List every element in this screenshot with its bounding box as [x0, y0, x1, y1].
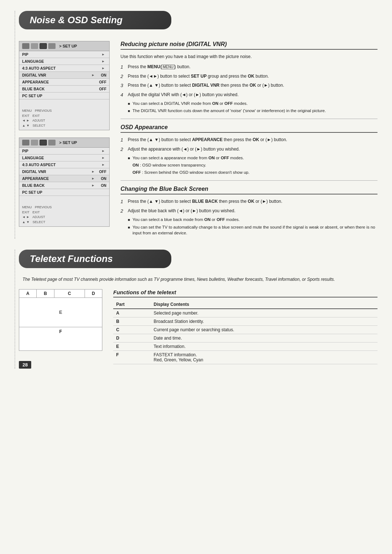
noise-right-content: Reducing picture noise (DIGITAL VNR) Use… [121, 41, 377, 239]
osd-subsection: OSD Appearance 1 Press the (▲ ▼) button … [121, 124, 377, 175]
menu-panel-1: > SET UP PIP ► LANGUAGE ► 4:3 AUTO ASPEC… [19, 41, 110, 130]
row-43-2: 4:3 AUTO ASPECT ► [19, 161, 109, 168]
step-3: 3 Press the (▲ ▼) button to select DIGIT… [121, 82, 377, 89]
row-43-1: 4:3 AUTO ASPECT ► [19, 65, 109, 72]
bb-step-1: 1 Press the (▲ ▼) button to select BLUE … [121, 198, 377, 205]
teletext-right: Functions of the teletext Part Display C… [113, 289, 377, 369]
part-d: D [113, 334, 151, 342]
panel-icons [22, 43, 56, 49]
content-c: Current page number or searching status. [151, 325, 377, 334]
osd-step-2: 2 Adjust the appearance with (◄) or (►) … [121, 146, 377, 153]
table-row-c: C Current page number or searching statu… [113, 325, 377, 334]
noise-section-title: Noise & OSD Setting [30, 15, 160, 26]
row-language-1: LANGUAGE ► [19, 58, 109, 65]
part-f: F [113, 350, 151, 364]
content-d: Date and time. [151, 334, 377, 342]
panel-1-footer: MENU PREVIOUS EXIT EXIT ◄ ► ADJUST ▲ ▼ S… [19, 107, 109, 130]
teletext-diagram-wrapper: A B C D E F 28 [19, 289, 102, 369]
reducing-subsection: Reducing picture noise (DIGITAL VNR) Use… [121, 41, 377, 114]
page-number-wrapper: 28 [19, 357, 102, 369]
teletext-section-title: Teletext Functions [30, 253, 160, 264]
osd-title: OSD Appearance [121, 124, 377, 133]
table-row-f: F FASTEXT information.Red, Green, Yellow… [113, 350, 377, 364]
step-1: 1 Press the MENU(MENU) button. [121, 63, 377, 71]
noise-section: Noise & OSD Setting > SET UP PIP ► [15, 11, 377, 239]
blueback-title: Changing the Blue Back Screen [121, 186, 377, 194]
teletext-bottom-f: F [19, 327, 102, 336]
tt-table: Part Display Contents A Selected page nu… [113, 300, 377, 364]
col-content-header: Display Contents [151, 300, 377, 309]
row-blueback-1: BLUE BACK OFF [19, 86, 109, 93]
tt-table-header-row: Part Display Contents [113, 300, 377, 309]
cell-a: A [19, 290, 37, 297]
panel-2-icons [22, 140, 56, 145]
cell-c: C [54, 290, 85, 297]
cell-d: D [85, 290, 102, 297]
icon-camera [31, 43, 38, 49]
menu-panel-2: > SET UP PIP ► LANGUAGE ► 4:3 AUTO ASPEC… [19, 138, 110, 227]
teletext-top-bar: A B C D [19, 290, 102, 298]
osd-bullet-2: ON : OSD window screen transparency. [128, 162, 377, 168]
cell-b: B [37, 290, 54, 297]
content-e: Text information. [151, 342, 377, 350]
bullet-1: ■ You can select a DIGITAL VNR mode from… [128, 100, 377, 106]
content-f: FASTEXT information.Red, Green, Yellow, … [151, 350, 377, 364]
page-number: 28 [19, 361, 31, 369]
icon-setup-2 [40, 140, 47, 145]
blueback-subsection: Changing the Blue Back Screen 1 Press th… [121, 186, 377, 235]
teletext-middle-e: E [19, 298, 102, 327]
teletext-intro: The Teletext page of most TV channels pr… [19, 276, 377, 283]
bb-step-2: 2 Adjust the blue back with (◄) or (►) b… [121, 208, 377, 215]
icon-camera-2 [31, 140, 38, 145]
row-blueback-2: BLUE BACK ► ON [19, 182, 109, 189]
part-b: B [113, 317, 151, 325]
noise-section-header: Noise & OSD Setting [19, 11, 171, 29]
part-a: A [113, 309, 151, 317]
teletext-diagram: A B C D E F [19, 289, 102, 351]
bb-bullet-1: ■ You can select a blue back mode from O… [128, 217, 377, 222]
icon-tv [48, 43, 56, 49]
reducing-title: Reducing picture noise (DIGITAL VNR) [121, 41, 377, 50]
panel-2-label: > SET UP [59, 140, 77, 145]
icon-pip-2 [22, 140, 29, 145]
row-digitalvnr-1: DIGITAL VNR ► ON [19, 72, 109, 79]
panel-2-header: > SET UP [19, 138, 109, 148]
part-e: E [113, 342, 151, 350]
table-row-b: B Broadcast Station identity. [113, 317, 377, 325]
teletext-section-header: Teletext Functions [19, 250, 171, 268]
row-pcsetup-2: PC SET UP [19, 189, 109, 196]
step-4: 4 Adjust the digital VNR with (◄) or (►)… [121, 91, 377, 99]
panel-1-header: > SET UP [19, 41, 109, 51]
functions-title: Functions of the teletext [113, 289, 377, 297]
panel-2-footer: MENU PREVIOUS EXIT EXIT ◄ ► ADJUST ▲ ▼ S… [19, 203, 109, 226]
bullet-2: ■ The DIGITAL VNR function cuts down the… [128, 108, 377, 114]
part-c: C [113, 325, 151, 334]
tt-table-head: Part Display Contents [113, 300, 377, 309]
menu-panels: > SET UP PIP ► LANGUAGE ► 4:3 AUTO ASPEC… [19, 41, 110, 239]
osd-bullet-3: OFF : Screen behind the OSD window scree… [128, 169, 377, 175]
teletext-body: A B C D E F 28 Functions of the teletext [19, 289, 377, 369]
table-row-a: A Selected page number. [113, 309, 377, 317]
osd-step-1: 1 Press the (▲ ▼) button to select APPEA… [121, 136, 377, 144]
tt-table-body: A Selected page number. B Broadcast Stat… [113, 309, 377, 364]
icon-setup [40, 43, 47, 49]
content-b: Broadcast Station identity. [151, 317, 377, 325]
row-appearance-1: APPEARANCE OFF [19, 79, 109, 86]
osd-bullet-1: ■ You can select a appearance mode from … [128, 155, 377, 161]
row-appearance-2: APPEARANCE ► ON [19, 175, 109, 182]
icon-pip [22, 43, 29, 49]
teletext-section: Teletext Functions The Teletext page of … [15, 250, 377, 369]
table-row-e: E Text information. [113, 342, 377, 350]
content-a: Selected page number. [151, 309, 377, 317]
table-row-d: D Date and time. [113, 334, 377, 342]
osd-bullets: ■ You can select a appearance mode from … [128, 155, 377, 175]
panel-1-label: > SET UP [59, 44, 77, 48]
row-language-2: LANGUAGE ► [19, 155, 109, 161]
row-pip-1: PIP ► [19, 51, 109, 58]
row-digitalvnr-2: DIGITAL VNR ► OFF [19, 168, 109, 175]
row-pcsetup-1: PC SET UP [19, 93, 109, 99]
bb-bullet-2: ■ You can set the TV to automatically ch… [128, 224, 377, 236]
step-2: 2 Press the (◄►) button to select SET UP… [121, 73, 377, 80]
row-pip-2: PIP ► [19, 148, 109, 155]
reducing-intro: Use this function when you have a bad im… [121, 53, 377, 60]
